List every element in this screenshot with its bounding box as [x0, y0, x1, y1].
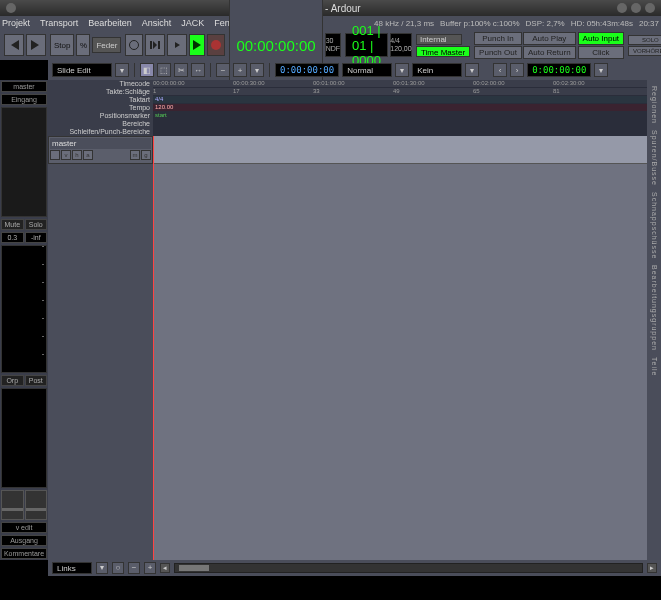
- secondary-clock-mode[interactable]: 4/4 120,00: [390, 33, 412, 57]
- mixer-redirect-box-2[interactable]: [1, 388, 47, 488]
- mixer-comments[interactable]: Kommentare: [1, 548, 47, 559]
- tool-stretch[interactable]: ↔: [191, 63, 205, 77]
- time-master-toggle[interactable]: Time Master: [416, 46, 470, 57]
- solo-indicator[interactable]: SOLO: [628, 35, 661, 45]
- goto-start-button[interactable]: [4, 34, 24, 56]
- snap-mode-chevron-icon[interactable]: ▾: [395, 63, 409, 77]
- ruler-marker[interactable]: start: [153, 112, 647, 120]
- ruler-label-ranges[interactable]: Bereiche: [48, 120, 153, 128]
- close-icon[interactable]: [645, 3, 655, 13]
- snap-to-chevron-icon[interactable]: ▾: [465, 63, 479, 77]
- zoom-fit-button[interactable]: ▾: [250, 63, 264, 77]
- shuttle-pct[interactable]: %: [76, 34, 90, 56]
- track-btn-h[interactable]: h: [72, 150, 82, 160]
- panner-r[interactable]: [25, 490, 48, 520]
- punch-out-toggle[interactable]: Punch Out: [474, 46, 522, 59]
- ruler-bars[interactable]: 1 17 33 49 65 81: [153, 88, 647, 96]
- track-btn-m[interactable]: m: [130, 150, 140, 160]
- tab-chunks[interactable]: Teile: [651, 355, 658, 378]
- track-btn-rec[interactable]: [50, 150, 60, 160]
- ruler-loop[interactable]: [153, 128, 647, 136]
- loop-button[interactable]: [125, 34, 143, 56]
- ruler-label-loop[interactable]: Schleifen/Punch-Bereiche: [48, 128, 153, 136]
- goto-end-button[interactable]: [26, 34, 46, 56]
- zoom-in-button-2[interactable]: +: [144, 562, 156, 574]
- menu-ansicht[interactable]: Ansicht: [142, 18, 172, 28]
- maximize-icon[interactable]: [631, 3, 641, 13]
- track-btn-g[interactable]: g: [141, 150, 151, 160]
- mixer-fader[interactable]: [1, 245, 47, 373]
- zoom-out-button[interactable]: −: [216, 63, 230, 77]
- play-button[interactable]: [189, 34, 205, 56]
- tab-tracks[interactable]: Spuren/Busse: [651, 128, 658, 188]
- editor-canvas[interactable]: [153, 136, 647, 560]
- window-menu-icon[interactable]: [6, 3, 16, 13]
- primary-clock-mode[interactable]: 30 NDF: [325, 33, 341, 57]
- solo-button[interactable]: Solo: [25, 219, 48, 230]
- play-range-button[interactable]: [145, 34, 165, 56]
- record-button[interactable]: [207, 34, 225, 56]
- track-name[interactable]: master: [50, 138, 151, 149]
- auto-return-toggle[interactable]: Auto Return: [523, 46, 576, 59]
- playhead[interactable]: [153, 136, 154, 560]
- auto-input-toggle[interactable]: Auto Input: [578, 32, 624, 45]
- edit-mode-select[interactable]: Slide Edit: [52, 63, 112, 77]
- tool-object[interactable]: ◧: [140, 63, 154, 77]
- tab-snapshots[interactable]: Schnappschüsse: [651, 190, 658, 261]
- tool-range[interactable]: ⬚: [157, 63, 171, 77]
- ruler-meter[interactable]: 4/4: [153, 96, 647, 104]
- menu-transport[interactable]: Transport: [40, 18, 78, 28]
- post-button[interactable]: Post: [25, 375, 48, 386]
- snap-mode-select[interactable]: Normal: [342, 63, 392, 77]
- orp-button[interactable]: Orp: [1, 375, 24, 386]
- stop-button[interactable]: Stop: [50, 34, 74, 56]
- gain-display[interactable]: 0.3: [1, 232, 24, 243]
- minimize-icon[interactable]: [617, 3, 627, 13]
- ruler-label-tempo[interactable]: Tempo: [48, 104, 153, 112]
- tab-regions[interactable]: Regionen: [651, 84, 658, 126]
- scroll-left-icon[interactable]: ◂: [160, 563, 170, 573]
- tool-cut[interactable]: ✂: [174, 63, 188, 77]
- edit-mode-chevron-icon[interactable]: ▾: [115, 63, 129, 77]
- nudge-clock[interactable]: 0:00:00:00: [527, 63, 591, 77]
- play-selection-button[interactable]: [167, 34, 187, 56]
- menu-jack[interactable]: JACK: [181, 18, 204, 28]
- menu-projekt[interactable]: Projekt: [2, 18, 30, 28]
- track-btn-v[interactable]: v: [61, 150, 71, 160]
- click-toggle[interactable]: Click: [578, 46, 624, 59]
- horizontal-scrollbar[interactable]: [174, 563, 643, 573]
- edit-point-clock[interactable]: 0:00:00:00: [275, 63, 339, 77]
- menu-bearbeiten[interactable]: Bearbeiten: [88, 18, 132, 28]
- zoom-out-button-2[interactable]: −: [128, 562, 140, 574]
- ruler-tempo[interactable]: 120.00: [153, 104, 647, 112]
- track-lane-master[interactable]: [153, 136, 647, 164]
- ruler-timecode[interactable]: 00:00:00:00 00:00:30:00 00:01:00:00 00:0…: [153, 80, 647, 88]
- nudge-forward-button[interactable]: ›: [510, 63, 524, 77]
- sync-source[interactable]: Internal: [416, 34, 462, 45]
- ruler-ranges[interactable]: [153, 120, 647, 128]
- track-btn-a[interactable]: a: [83, 150, 93, 160]
- auto-play-toggle[interactable]: Auto Play: [523, 32, 576, 45]
- mixer-redirect-box[interactable]: [1, 107, 47, 217]
- nudge-chevron-icon[interactable]: ▾: [594, 63, 608, 77]
- ruler-label-marker[interactable]: Positionsmarker: [48, 112, 153, 120]
- mixer-input[interactable]: Eingang: [1, 94, 47, 105]
- punch-in-toggle[interactable]: Punch In: [474, 32, 522, 45]
- secondary-clock[interactable]: 001 | 01 | 0000: [345, 33, 388, 57]
- zoom-in-button[interactable]: +: [233, 63, 247, 77]
- vedit-label[interactable]: v edit: [1, 522, 47, 533]
- audition-indicator[interactable]: VORHÖREN: [628, 46, 661, 56]
- ruler-label-bars[interactable]: Takte:Schläge: [48, 88, 153, 96]
- snap-to-select[interactable]: Kein: [412, 63, 462, 77]
- zoom-focus-select[interactable]: Links: [52, 562, 92, 574]
- zoom-focus-chevron-icon[interactable]: ▾: [96, 562, 108, 574]
- shuttle-mode[interactable]: Feder: [92, 37, 121, 53]
- ruler-label-timecode[interactable]: Timecode: [48, 80, 153, 88]
- ruler-label-meter[interactable]: Taktart: [48, 96, 153, 104]
- scroll-right-icon[interactable]: ▸: [647, 563, 657, 573]
- zoom-full-button[interactable]: ○: [112, 562, 124, 574]
- peak-display[interactable]: -inf: [25, 232, 48, 243]
- tab-editgroups[interactable]: Bearbeitungsgruppen: [651, 263, 658, 353]
- mixer-output[interactable]: Ausgang: [1, 535, 47, 546]
- nudge-back-button[interactable]: ‹: [493, 63, 507, 77]
